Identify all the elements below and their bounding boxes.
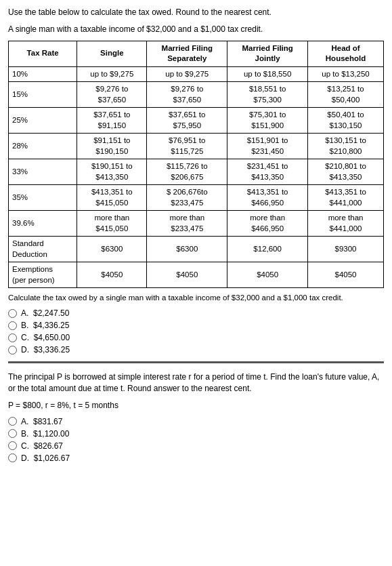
q2-option-item[interactable]: C. $826.67 xyxy=(8,441,384,451)
option-label: A. $831.67 xyxy=(21,417,62,426)
q2-intro-line2: P = $800, r = 8%, t = 5 months xyxy=(8,400,384,411)
col-header-tax-rate: Tax Rate xyxy=(9,41,77,66)
table-cell: $190,151 to$413,350 xyxy=(77,159,147,185)
table-cell: up to $13,250 xyxy=(308,66,384,82)
table-cell: $130,151 to$210,800 xyxy=(308,134,384,159)
radio-circle xyxy=(8,453,17,462)
table-cell: more than$233,475 xyxy=(147,211,227,237)
table-cell: more than$466,950 xyxy=(227,211,308,237)
table-cell: $75,301 to$151,900 xyxy=(227,108,308,134)
table-cell: up to $9,275 xyxy=(147,66,227,82)
q2-option-item[interactable]: D. $1,026.67 xyxy=(8,453,384,463)
table-cell: $37,651 to$75,950 xyxy=(147,108,227,134)
option-label: A. $2,247.50 xyxy=(21,308,69,318)
option-label: B. $1,120.00 xyxy=(21,429,69,439)
table-cell: $231,451 to$413,350 xyxy=(227,159,308,185)
q2-option-item[interactable]: B. $1,120.00 xyxy=(8,429,384,439)
table-cell: $91,151 to$190,150 xyxy=(77,134,147,159)
radio-circle xyxy=(8,441,17,450)
q1-options: A. $2,247.50B. $4,336.25C. $4,650.00D. $… xyxy=(8,308,384,355)
option-label: D. $1,026.67 xyxy=(21,453,70,463)
table-cell: $4050 xyxy=(147,262,227,288)
radio-circle xyxy=(8,309,17,318)
col-header-mfs: Married FilingSeparately xyxy=(147,41,227,66)
radio-circle xyxy=(8,346,17,355)
radio-circle xyxy=(8,333,17,342)
q2-intro-line1: The principal P is borrowed at simple in… xyxy=(8,371,384,395)
table-cell: $151,901 to$231,450 xyxy=(227,134,308,159)
table-cell: $4050 xyxy=(308,262,384,288)
intro-line2: A single man with a taxable income of $3… xyxy=(8,24,384,35)
table-cell: $ 206,676to$233,475 xyxy=(147,185,227,211)
tax-rate-cell: 33% xyxy=(9,159,77,185)
table-cell: $13,251 to$50,400 xyxy=(308,82,384,108)
q1-option-item[interactable]: A. $2,247.50 xyxy=(8,308,384,318)
table-cell: $6300 xyxy=(147,237,227,262)
q2-section: The principal P is borrowed at simple in… xyxy=(8,369,384,462)
option-label: B. $4,336.25 xyxy=(21,321,69,330)
table-cell: $6300 xyxy=(77,237,147,262)
table-cell: more than$415,050 xyxy=(77,211,147,237)
table-cell: $12,600 xyxy=(227,237,308,262)
q1-option-item[interactable]: B. $4,336.25 xyxy=(8,321,384,330)
option-label: D. $3,336.25 xyxy=(21,345,70,355)
table-cell: $76,951 to$115,725 xyxy=(147,134,227,159)
radio-circle xyxy=(8,417,17,426)
col-header-hoh: Head ofHousehold xyxy=(308,41,384,66)
tax-rate-cell: 39.6% xyxy=(9,211,77,237)
table-cell: $413,351 to$415,050 xyxy=(77,185,147,211)
option-label: C. $4,650.00 xyxy=(21,333,70,342)
intro-line1: Use the table below to calculate the tax… xyxy=(8,7,384,18)
table-cell: $37,651 to$91,150 xyxy=(77,108,147,134)
table-cell: $50,401 to$130,150 xyxy=(308,108,384,134)
q2-options: A. $831.67B. $1,120.00C. $826.67D. $1,02… xyxy=(8,417,384,463)
table-cell: $4050 xyxy=(227,262,308,288)
table-cell: $18,551 to$75,300 xyxy=(227,82,308,108)
q1-option-item[interactable]: C. $4,650.00 xyxy=(8,333,384,342)
table-cell: $115,726 to$206,675 xyxy=(147,159,227,185)
table-cell: $4050 xyxy=(77,262,147,288)
radio-circle xyxy=(8,321,17,330)
q2-option-item[interactable]: A. $831.67 xyxy=(8,417,384,426)
table-cell: $9300 xyxy=(308,237,384,262)
table-cell: more than$441,000 xyxy=(308,211,384,237)
tax-rate-cell: 35% xyxy=(9,185,77,211)
tax-table: Tax Rate Single Married FilingSeparately… xyxy=(8,41,384,289)
table-cell: $210,801 to$413,350 xyxy=(308,159,384,185)
tax-rate-cell: 25% xyxy=(9,108,77,134)
table-cell: $413,351 to$441,000 xyxy=(308,185,384,211)
table-cell: $9,276 to$37,650 xyxy=(147,82,227,108)
section-divider xyxy=(8,361,384,363)
table-cell: $413,351 to$466,950 xyxy=(227,185,308,211)
tax-rate-cell: StandardDeduction xyxy=(9,237,77,262)
tax-rate-cell: 28% xyxy=(9,134,77,159)
col-header-single: Single xyxy=(77,41,147,66)
option-label: C. $826.67 xyxy=(21,441,63,451)
q1-option-item[interactable]: D. $3,336.25 xyxy=(8,345,384,355)
radio-circle xyxy=(8,429,17,438)
table-cell: up to $18,550 xyxy=(227,66,308,82)
table-cell: up to $9,275 xyxy=(77,66,147,82)
tax-rate-cell: Exemptions(per person) xyxy=(9,262,77,288)
col-header-mfj: Married FilingJointly xyxy=(227,41,308,66)
table-cell: $9,276 to$37,650 xyxy=(77,82,147,108)
footer-note: Calculate the tax owed by a single man w… xyxy=(8,292,384,303)
tax-rate-cell: 15% xyxy=(9,82,77,108)
tax-rate-cell: 10% xyxy=(9,66,77,82)
